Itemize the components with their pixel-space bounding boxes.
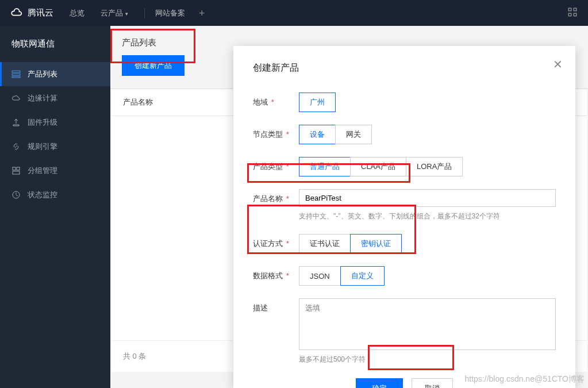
svg-rect-4 — [12, 71, 20, 72]
node-opt-device[interactable]: 设备 — [299, 125, 336, 144]
desc-label: 描述 — [253, 298, 299, 313]
sidebar-item-rules[interactable]: 规则引擎 — [0, 135, 110, 159]
svg-rect-0 — [568, 8, 571, 11]
sidebar-title: 物联网通信 — [0, 36, 110, 62]
svg-rect-5 — [12, 74, 20, 75]
desc-hint: 最多不超过500个字符 — [299, 355, 556, 364]
sidebar-item-label: 固件升级 — [28, 117, 57, 128]
region-options: 广州 — [299, 93, 336, 112]
region-opt-guangzhou[interactable]: 广州 — [299, 93, 336, 112]
sidebar-item-label: 边缘计算 — [28, 93, 57, 103]
node-type-options: 设备 网关 — [299, 125, 372, 144]
desc-textarea[interactable] — [299, 298, 556, 350]
header-right — [567, 7, 578, 19]
chevron-down-icon: ▾ — [125, 11, 128, 17]
region-label: 地域 * — [253, 93, 299, 107]
svg-rect-6 — [12, 76, 20, 78]
confirm-button[interactable]: 确定 — [356, 378, 403, 388]
auth-opt-key[interactable]: 密钥认证 — [350, 234, 402, 253]
svg-rect-7 — [13, 167, 16, 170]
sidebar-item-label: 状态监控 — [28, 190, 57, 200]
list-icon — [11, 70, 21, 79]
modal-title: 创建新产品 — [253, 62, 556, 74]
svg-rect-9 — [13, 171, 20, 174]
product-type-label: 产品类型 * — [253, 157, 299, 172]
nav-products[interactable]: 云产品▾ — [101, 8, 128, 18]
sidebar: 物联网通信 产品列表 边缘计算 固件升级 规则引擎 分组管理 状态监控 — [0, 26, 110, 388]
group-icon — [11, 166, 21, 175]
product-name-hint: 支持中文、"-"、英文、数字、下划线的组合，最多不超过32个字符 — [299, 212, 556, 221]
close-icon[interactable]: ✕ — [553, 59, 563, 70]
nav-divider — [144, 8, 145, 18]
format-opt-json[interactable]: JSON — [299, 266, 341, 286]
format-label: 数据格式 * — [253, 266, 299, 281]
sidebar-item-label: 分组管理 — [28, 166, 57, 176]
product-name-input[interactable] — [299, 189, 556, 207]
svg-rect-3 — [574, 13, 577, 16]
sidebar-item-products[interactable]: 产品列表 — [0, 62, 110, 86]
plus-icon[interactable]: + — [199, 8, 205, 18]
sidebar-item-label: 产品列表 — [28, 69, 57, 79]
brand-block: 腾讯云 — [10, 7, 53, 20]
format-options: JSON 自定义 — [299, 266, 385, 286]
sidebar-item-monitor[interactable]: 状态监控 — [0, 183, 110, 207]
node-opt-gateway[interactable]: 网关 — [335, 125, 372, 144]
format-opt-custom[interactable]: 自定义 — [340, 266, 385, 286]
watermark: https://blog.csdn.ne@51CTO博客 — [465, 374, 585, 385]
sidebar-item-groups[interactable]: 分组管理 — [0, 159, 110, 183]
link-icon — [11, 142, 21, 151]
nav-beian[interactable]: 网站备案 — [155, 8, 185, 18]
product-type-options: 普通产品 CLAA产品 LORA产品 — [299, 157, 463, 176]
product-name-label: 产品名称 * — [253, 189, 299, 204]
ptype-opt-lora[interactable]: LORA产品 — [406, 157, 463, 176]
auth-opt-cert[interactable]: 证书认证 — [299, 234, 351, 253]
apps-grid-icon[interactable] — [567, 7, 578, 17]
nav-overview[interactable]: 总览 — [70, 8, 84, 18]
auth-label: 认证方式 * — [253, 234, 299, 249]
create-product-modal: ✕ 创建新产品 地域 * 广州 节点类型 * 设备 网关 产品类型 * 普通产品… — [233, 46, 575, 388]
ptype-opt-claa[interactable]: CLAA产品 — [350, 157, 406, 176]
cloud-logo-icon — [10, 7, 23, 20]
svg-rect-2 — [568, 13, 571, 16]
brand-text: 腾讯云 — [28, 7, 53, 18]
svg-rect-8 — [17, 167, 20, 170]
create-product-button[interactable]: 创建新产品 — [122, 55, 185, 76]
monitor-icon — [11, 190, 21, 199]
upgrade-icon — [11, 118, 21, 127]
ptype-opt-normal[interactable]: 普通产品 — [299, 157, 351, 176]
auth-options: 证书认证 密钥认证 — [299, 234, 402, 253]
sidebar-item-firmware[interactable]: 固件升级 — [0, 110, 110, 135]
sidebar-item-edge[interactable]: 边缘计算 — [0, 86, 110, 110]
sidebar-item-label: 规则引擎 — [28, 141, 57, 152]
cloud-icon — [11, 94, 21, 103]
svg-rect-1 — [574, 8, 577, 11]
cancel-button[interactable]: 取消 — [412, 378, 453, 388]
node-type-label: 节点类型 * — [253, 125, 299, 140]
top-header: 腾讯云 总览 云产品▾ 网站备案 + — [0, 0, 588, 26]
